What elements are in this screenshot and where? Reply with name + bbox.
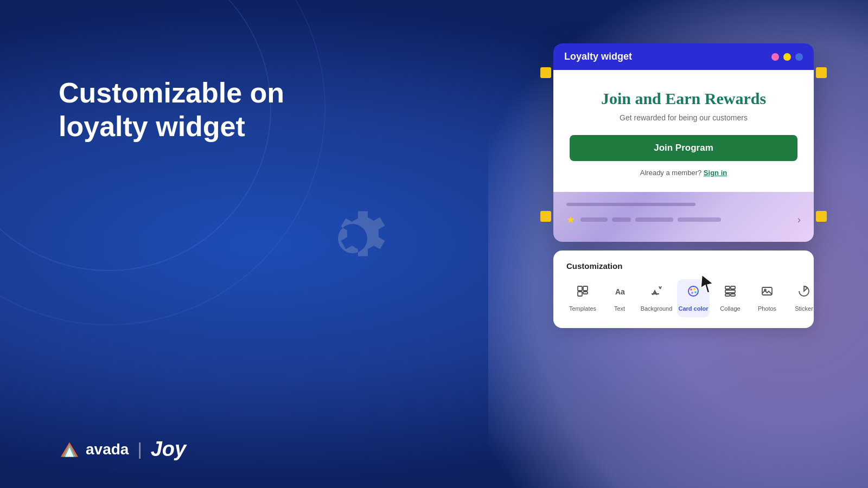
text-label: Text [614,305,625,312]
custom-item-background[interactable]: Background [640,279,673,317]
customization-panel: Customization Templates Aa [553,251,814,328]
rewards-progress-bar [566,203,695,206]
joy-text: Joy [151,438,186,461]
window-dot-yellow [783,53,791,61]
svg-rect-15 [725,286,730,289]
selection-handle-bottom-left[interactable] [540,211,551,222]
rewards-row: ★ › [566,214,801,226]
widget-card-subheading: Get rewarded for being our customers [570,113,797,122]
svg-point-11 [690,288,692,291]
templates-label: Templates [569,305,596,312]
star-icon: ★ [566,214,575,226]
loyalty-widget-header: Loyalty widget [553,43,814,70]
svg-rect-17 [725,290,735,293]
custom-item-sticker[interactable]: Sticker [788,279,820,317]
window-dots [771,53,803,61]
svg-point-13 [694,291,697,293]
custom-item-collage[interactable]: Collage [714,279,746,317]
svg-rect-4 [578,286,582,291]
svg-rect-7 [583,292,588,294]
selection-handle-bottom-right[interactable] [816,211,827,222]
rewards-bars [580,217,792,222]
text-icon: Aa [613,285,626,301]
selection-handle-top-right[interactable] [816,67,827,78]
svg-point-10 [688,286,698,296]
custom-item-card-color[interactable]: Card color [677,279,710,317]
background-label: Background [641,305,673,312]
avada-triangle-icon [59,439,80,460]
selection-handle-top-left[interactable] [540,67,551,78]
svg-rect-18 [725,294,730,296]
custom-item-photos[interactable]: Photos [751,279,783,317]
gear-icon [304,190,401,290]
customization-items: Templates Aa Text Back [566,279,801,317]
already-member-text: Already a member? Sign in [570,169,797,177]
chevron-right-icon[interactable]: › [797,214,801,226]
custom-item-text[interactable]: Aa Text [603,279,636,317]
svg-rect-16 [731,286,735,289]
reward-bar-1 [580,217,608,222]
loyalty-widget-window: Loyalty widget Join and Earn Rewards Get… [553,43,814,242]
sticker-icon [797,285,810,301]
card-color-label: Card color [679,305,709,312]
background-icon [650,285,663,301]
reward-bar-2 [612,217,631,222]
collage-label: Collage [720,305,740,312]
logo-divider: | [137,439,142,459]
card-color-icon [687,285,700,301]
svg-rect-5 [583,286,588,291]
photos-label: Photos [758,305,776,312]
bottom-logo: avada | Joy [59,438,186,461]
reward-bar-4 [678,217,721,222]
svg-point-14 [691,292,693,294]
loyalty-widget-title: Loyalty widget [564,51,632,62]
widget-rewards-section: ★ › [553,192,814,242]
svg-rect-20 [762,287,772,295]
widget-card-heading: Join and Earn Rewards [570,89,797,108]
avada-text: avada [86,441,129,458]
svg-rect-19 [731,294,735,296]
sticker-label: Sticker [795,305,813,312]
window-dot-blue [795,53,803,61]
svg-point-12 [693,288,695,290]
window-dot-pink [771,53,779,61]
left-content: Customizable on loyalty widget [59,76,284,144]
widget-card: Join and Earn Rewards Get rewarded for b… [553,70,814,192]
svg-text:Aa: Aa [615,287,625,296]
collage-icon [724,285,737,301]
sign-in-link[interactable]: Sign in [704,169,727,177]
avada-logo: avada [59,439,129,460]
widget-area: Loyalty widget Join and Earn Rewards Get… [553,43,814,328]
photos-icon [761,285,774,301]
join-program-button[interactable]: Join Program [570,135,797,161]
templates-icon [576,285,589,301]
reward-bar-3 [635,217,673,222]
main-heading: Customizable on loyalty widget [59,76,284,144]
custom-item-templates[interactable]: Templates [566,279,599,317]
svg-rect-6 [578,292,582,296]
customization-title: Customization [566,261,801,271]
